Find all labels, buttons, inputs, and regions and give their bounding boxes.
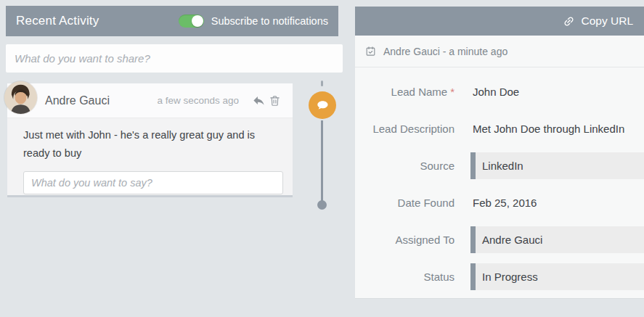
subscribe-toggle[interactable] bbox=[179, 15, 204, 28]
activity-author: Andre Gauci bbox=[45, 94, 110, 107]
field-label: Source bbox=[355, 160, 455, 172]
field-value-source[interactable]: LinkedIn bbox=[470, 152, 644, 179]
field-value-lead-name[interactable]: John Doe bbox=[473, 86, 519, 98]
activity-card: Andre Gauci a few seconds ago Just met w… bbox=[7, 83, 293, 197]
activity-card-body: Just met with John - he's a really great… bbox=[7, 118, 293, 194]
field-label: Assigned To bbox=[355, 234, 455, 246]
copy-url-button[interactable]: Copy URL bbox=[563, 15, 634, 28]
calendar-check-icon bbox=[365, 46, 376, 57]
field-row-date-found: Date Found Feb 25, 2016 bbox=[355, 184, 644, 221]
field-row-status: Status In Progress bbox=[355, 258, 644, 295]
comment-input[interactable] bbox=[23, 171, 283, 194]
required-asterisk: * bbox=[450, 86, 455, 98]
page-title: Recent Activity bbox=[16, 14, 99, 28]
timeline-end-dot bbox=[317, 200, 327, 210]
recent-activity-header: Recent Activity Subscribe to notificatio… bbox=[6, 6, 338, 36]
timeline-line bbox=[321, 120, 323, 202]
subscribe-toggle-group: Subscribe to notifications bbox=[179, 15, 328, 28]
field-value-lead-description[interactable]: Met John Doe through LinkedIn bbox=[473, 123, 624, 135]
lead-meta-row: Andre Gauci - a minute ago bbox=[355, 36, 644, 67]
field-label: Status bbox=[355, 271, 455, 283]
field-label: Lead Name bbox=[391, 86, 448, 98]
reply-icon[interactable] bbox=[250, 92, 267, 109]
share-input[interactable] bbox=[6, 44, 343, 73]
lead-meta-text: Andre Gauci - a minute ago bbox=[383, 46, 508, 57]
link-icon bbox=[560, 12, 577, 30]
field-row-lead-name: Lead Name* John Doe bbox=[355, 73, 644, 110]
timeline-tick bbox=[321, 81, 323, 86]
field-row-source: Source LinkedIn bbox=[355, 147, 644, 184]
chat-bubble-icon bbox=[309, 91, 336, 119]
field-row-assigned-to: Assigned To Andre Gauci bbox=[355, 221, 644, 258]
trash-icon[interactable] bbox=[267, 93, 282, 108]
field-label: Date Found bbox=[355, 197, 455, 209]
activity-timestamp: a few seconds ago bbox=[157, 95, 239, 106]
field-label: Lead Description bbox=[355, 123, 455, 135]
page: Recent Activity Subscribe to notificatio… bbox=[0, 0, 644, 317]
avatar bbox=[4, 81, 37, 114]
lead-panel-header: Copy URL bbox=[355, 7, 644, 36]
activity-card-header: Andre Gauci a few seconds ago bbox=[7, 83, 293, 118]
field-row-lead-description: Lead Description Met John Doe through Li… bbox=[355, 110, 644, 147]
field-value-assigned-to[interactable]: Andre Gauci bbox=[470, 226, 644, 253]
field-value-date-found[interactable]: Feb 25, 2016 bbox=[473, 197, 537, 209]
lead-form: Lead Name* John Doe Lead Description Met… bbox=[355, 67, 644, 295]
field-value-status[interactable]: In Progress bbox=[470, 263, 644, 290]
activity-message: Just met with John - he's a really great… bbox=[23, 126, 283, 162]
lead-detail-panel: Copy URL Andre Gauci - a minute ago Lead… bbox=[355, 7, 644, 299]
copy-url-label: Copy URL bbox=[582, 15, 634, 28]
subscribe-toggle-label: Subscribe to notifications bbox=[211, 15, 328, 27]
toggle-knob bbox=[192, 15, 203, 27]
